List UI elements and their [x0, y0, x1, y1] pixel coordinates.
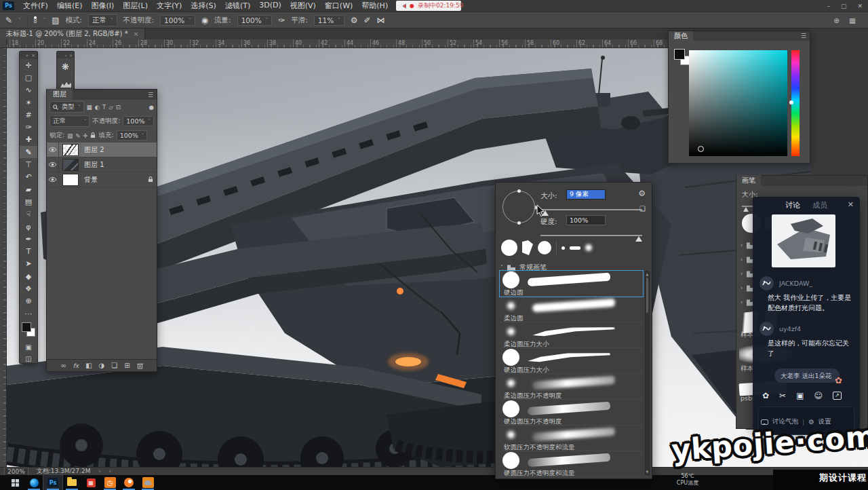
recent-brush-hard-round[interactable] [501, 240, 517, 256]
fill-select[interactable]: 100%˅ [117, 130, 148, 140]
avatar[interactable] [760, 322, 774, 336]
pressure-size-icon[interactable]: ✐ [363, 16, 370, 25]
blend-mode-select[interactable]: 正常˅ [50, 115, 90, 127]
share-icon[interactable]: ↗ [833, 392, 842, 400]
filter-smart-object-icon[interactable]: ⊡ [116, 104, 121, 111]
new-preset-icon[interactable]: ❏ [639, 205, 646, 212]
filter-pixel-icon[interactable]: ▦ [87, 104, 92, 111]
tool-button[interactable]: ✎ [20, 146, 37, 158]
smoothing-select[interactable]: 11%˅ [314, 15, 344, 26]
zoom-level[interactable]: 200% [4, 468, 28, 476]
blend-mode-select[interactable]: 正常˅ [88, 14, 117, 26]
menu-item[interactable]: 文件(F) [23, 1, 48, 11]
tool-button[interactable]: ➤ [20, 258, 37, 270]
emoji-icon[interactable]: ☺ [814, 391, 823, 400]
menu-item[interactable]: 编辑(E) [57, 1, 83, 11]
taskbar-app-red[interactable]: ▦ [81, 475, 100, 490]
tool-button[interactable]: ⊕ [20, 295, 37, 307]
layer-row[interactable]: 图层 1 [47, 157, 157, 172]
chevron-right-icon[interactable]: › [98, 468, 100, 474]
search-icon[interactable]: ⊕ [833, 16, 840, 24]
tool-button[interactable]: ❖ [20, 282, 37, 295]
layer-opacity-select[interactable]: 100%˅ [123, 116, 154, 126]
tool-button[interactable]: ⋯ [20, 307, 37, 320]
brush-preset[interactable]: 硬圆压力不透明度和流量 [500, 451, 643, 477]
tool-button[interactable]: ▢ [20, 71, 37, 83]
close-icon[interactable]: ✕ [848, 200, 854, 209]
new-layer-icon[interactable]: ⊞ [124, 362, 130, 369]
tab-members[interactable]: 成员 [812, 200, 827, 210]
menu-item[interactable]: 图层(L) [123, 1, 148, 11]
layer-filter-select[interactable]: 类型˅ [50, 101, 84, 113]
gear-icon[interactable]: ⚙ [351, 16, 358, 25]
brush-angle-control[interactable]: ▶ [502, 191, 535, 223]
chevron-left-icon[interactable]: ‹ [109, 468, 111, 474]
shared-image-thumbnail[interactable] [772, 214, 835, 267]
hardness-input[interactable]: 100% [566, 215, 606, 225]
adjustment-layer-icon[interactable]: ◑ [99, 362, 105, 369]
brush-preset[interactable]: 硬边圆 [500, 271, 643, 297]
lock-transparency-icon[interactable]: ▨ [67, 132, 73, 139]
collapse-icon[interactable]: » [26, 53, 28, 58]
tool-button[interactable]: ▰ [20, 183, 37, 195]
layer-thumbnail[interactable] [62, 144, 79, 156]
recent-brush-soft[interactable] [585, 244, 592, 251]
brush-preset[interactable]: 硬边圆压力大小 [500, 348, 643, 374]
brushes-tab[interactable]: 画笔 [736, 175, 761, 186]
menu-item[interactable]: 3D(D) [259, 1, 281, 11]
scissors-icon[interactable]: ✂ [779, 391, 786, 400]
flow-select[interactable]: 100%˅ [237, 15, 273, 26]
layer-thumbnail[interactable] [62, 174, 79, 186]
layers-tab[interactable]: 图层 [47, 89, 73, 100]
tool-button[interactable]: ∿ [20, 84, 37, 96]
opacity-select[interactable]: 100%˅ [160, 15, 195, 26]
chat-username[interactable]: uy4zf4 [779, 325, 801, 333]
chat-username[interactable]: JACKDAW_ [779, 280, 812, 287]
brush-preset[interactable]: 硬边圆压力不透明度 [500, 400, 643, 426]
taskbar-explorer[interactable] [62, 475, 81, 490]
brush-preset[interactable]: 柔边圆压力大小 [500, 322, 643, 348]
layer-mask-icon[interactable]: ◧ [85, 362, 92, 369]
layer-group-icon[interactable]: ❏ [111, 362, 117, 369]
brush-preset[interactable]: 软圆压力不透明度和流量 [500, 426, 643, 451]
color-field-marker[interactable] [698, 146, 704, 152]
scrollbar-thumb[interactable] [646, 278, 648, 313]
pressure-opacity-icon[interactable]: ◉ [201, 16, 208, 25]
tool-button[interactable]: ▤ [20, 195, 37, 208]
layer-style-icon[interactable]: fx [73, 362, 79, 369]
tool-button[interactable]: ☟ [20, 208, 37, 221]
gear-icon[interactable]: ⚙ [638, 189, 646, 198]
layer-thumbnail[interactable] [62, 159, 79, 171]
visibility-toggle[interactable] [47, 172, 59, 187]
brush-preset[interactable]: 柔边圆 [500, 297, 643, 322]
hardness-slider[interactable] [540, 235, 642, 236]
size-input[interactable]: 9 像素 [566, 189, 606, 200]
scrollbar[interactable]: ▲ ▼ [645, 271, 650, 475]
workspace-icon[interactable]: ▦ [849, 16, 856, 24]
collapse-icon[interactable]: » [64, 53, 67, 58]
tool-button[interactable]: T [20, 245, 37, 257]
brush-tool-icon[interactable]: ✎ [5, 16, 12, 25]
filter-toggle-icon[interactable]: ● [149, 104, 154, 111]
menu-item[interactable]: 文字(Y) [157, 1, 182, 11]
scroll-up-icon[interactable]: ▲ [646, 272, 649, 276]
brush-settings-icon[interactable]: ❋ [57, 58, 74, 75]
tool-button[interactable]: ✑ [20, 121, 37, 133]
lock-pixels-icon[interactable]: ✎ [75, 132, 80, 139]
foreground-color-swatch[interactable] [22, 322, 31, 332]
menu-item[interactable]: 图像(I) [91, 1, 114, 11]
hue-marker[interactable] [789, 100, 793, 105]
layer-row[interactable]: 背景 [47, 172, 157, 187]
tool-button[interactable]: ◆ [20, 270, 37, 282]
taskbar-recorder[interactable]: ◷ [100, 475, 119, 490]
scroll-down-icon[interactable]: ▼ [646, 470, 649, 474]
toggle-brush-panel-icon[interactable]: ▨ [52, 16, 59, 25]
maximize-button[interactable]: ▢ [841, 3, 847, 10]
start-button[interactable] [5, 475, 24, 490]
airbrush-icon[interactable]: ✑ [278, 16, 285, 25]
tool-button[interactable]: # [20, 109, 37, 121]
close-button[interactable]: ✕ [857, 3, 863, 10]
delete-layer-icon[interactable] [137, 362, 143, 369]
avatar[interactable] [760, 276, 774, 290]
taskbar-photoshop[interactable]: Ps [43, 475, 62, 490]
